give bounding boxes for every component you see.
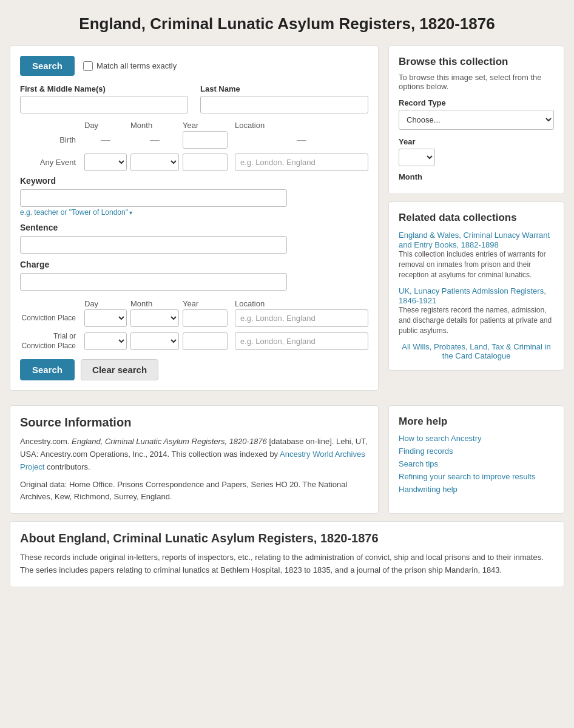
help-link-0[interactable]: How to search Ancestry bbox=[399, 434, 554, 443]
keyword-label: Keyword bbox=[20, 176, 368, 186]
sentence-input[interactable] bbox=[20, 236, 287, 254]
keyword-hint-link[interactable]: e.g. teacher or "Tower of London" ▾ bbox=[20, 208, 132, 217]
birth-month-dash: — bbox=[130, 135, 179, 146]
search-button[interactable]: Search bbox=[20, 56, 75, 76]
birth-year-input[interactable] bbox=[183, 131, 228, 149]
trial-year-input[interactable] bbox=[183, 332, 228, 350]
year-select[interactable] bbox=[399, 149, 435, 166]
page-title: England, Criminal Lunatic Asylum Registe… bbox=[0, 0, 574, 46]
charge-label: Charge bbox=[20, 260, 368, 269]
last-name-label: Last Name bbox=[200, 84, 368, 93]
record-type-label: Record Type bbox=[399, 98, 554, 107]
conviction-day-header: Day bbox=[84, 299, 127, 308]
any-event-month-select[interactable] bbox=[130, 153, 179, 171]
any-event-day-select[interactable] bbox=[84, 153, 127, 171]
more-help-title: More help bbox=[399, 416, 554, 428]
first-name-input[interactable] bbox=[20, 96, 188, 113]
search-button-bottom[interactable]: Search bbox=[20, 359, 75, 380]
source-original-data: Original data: Home Office. Prisons Corr… bbox=[20, 479, 368, 504]
any-event-row-label: Any Event bbox=[20, 158, 81, 167]
all-wills-link[interactable]: All Wills, Probates, Land, Tax & Crimina… bbox=[399, 342, 554, 360]
collection2-description: These registers record the names, admiss… bbox=[399, 305, 554, 335]
conviction-month-header: Month bbox=[130, 299, 179, 308]
conviction-month-select[interactable] bbox=[130, 309, 179, 327]
collection1-link[interactable]: England & Wales, Criminal Lunacy Warrant… bbox=[399, 231, 550, 249]
conviction-year-input[interactable] bbox=[183, 309, 228, 327]
month-label: Month bbox=[399, 172, 554, 181]
day-col-header: Day bbox=[84, 121, 127, 130]
chevron-down-icon: ▾ bbox=[129, 209, 132, 216]
first-name-label: First & Middle Name(s) bbox=[20, 84, 188, 93]
help-link-1[interactable]: Finding records bbox=[399, 447, 554, 456]
conviction-place-label: Conviction Place bbox=[20, 314, 81, 323]
about-title: About England, Criminal Lunatic Asylum R… bbox=[20, 531, 554, 545]
year-col-header: Year bbox=[183, 121, 231, 130]
help-link-3[interactable]: Refining your search to improve results bbox=[399, 472, 554, 481]
month-col-header: Month bbox=[130, 121, 179, 130]
conviction-year-header: Year bbox=[183, 299, 231, 308]
conviction-location-header: Location bbox=[235, 299, 368, 308]
help-link-4[interactable]: Handwriting help bbox=[399, 485, 554, 494]
record-type-select[interactable]: Choose... bbox=[399, 110, 554, 130]
birth-row-label: Birth bbox=[20, 135, 81, 144]
browse-title: Browse this collection bbox=[399, 56, 554, 68]
trial-month-select[interactable] bbox=[130, 332, 179, 350]
year-label: Year bbox=[399, 137, 554, 146]
clear-search-button[interactable]: Clear search bbox=[81, 359, 158, 380]
source-text: Ancestry.com. England, Criminal Lunatic … bbox=[20, 436, 368, 473]
sentence-label: Sentence bbox=[20, 223, 368, 232]
match-all-label: Match all terms exactly bbox=[83, 61, 177, 71]
birth-location-dash: — bbox=[235, 135, 368, 146]
any-event-year-input[interactable] bbox=[183, 153, 228, 171]
any-event-location-input[interactable] bbox=[235, 153, 368, 171]
source-title: Source Information bbox=[20, 416, 368, 430]
trial-location-input[interactable] bbox=[235, 332, 368, 350]
conviction-day-select[interactable] bbox=[84, 309, 127, 327]
keyword-input[interactable] bbox=[20, 189, 287, 207]
about-text: These records include original in-letter… bbox=[20, 551, 554, 577]
last-name-input[interactable] bbox=[200, 96, 368, 113]
help-link-2[interactable]: Search tips bbox=[399, 459, 554, 468]
conviction-location-input[interactable] bbox=[235, 309, 368, 327]
browse-description: To browse this image set, select from th… bbox=[399, 73, 554, 91]
trial-conviction-label: Trial or Conviction Place bbox=[20, 332, 81, 351]
related-collections-title: Related data collections bbox=[399, 212, 554, 224]
location-col-header: Location bbox=[235, 121, 368, 130]
match-all-checkbox[interactable] bbox=[83, 61, 93, 71]
collection2-link[interactable]: UK, Lunacy Patients Admission Registers,… bbox=[399, 286, 546, 305]
collection1-description: This collection includes entries of warr… bbox=[399, 249, 554, 280]
birth-day-dash: — bbox=[84, 135, 127, 146]
charge-input[interactable] bbox=[20, 273, 287, 291]
trial-day-select[interactable] bbox=[84, 332, 127, 350]
